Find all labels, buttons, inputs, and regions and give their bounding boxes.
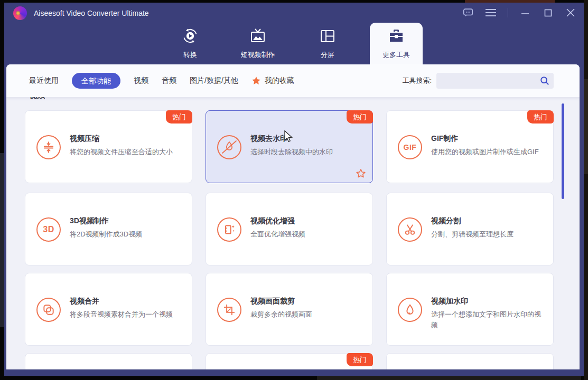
titlebar-divider	[508, 8, 508, 17]
enhance-icon	[217, 217, 241, 242]
tool-card-video-splitter[interactable]: 视频分割 分割、剪辑视频至理想长度	[386, 193, 554, 265]
tab-mv-maker[interactable]: 短视频制作	[231, 23, 284, 64]
three-d-icon: 3D	[36, 217, 61, 242]
card-title: 视频压缩	[70, 134, 99, 144]
tab-label: 分屏	[321, 50, 334, 60]
filter-video[interactable]: 视频	[134, 76, 148, 86]
main-nav: 转换 短视频制作 分屏	[4, 23, 584, 64]
hot-badge: 热门	[166, 110, 192, 124]
hot-badge: 热门	[347, 110, 373, 124]
content-area: 最近使用 全部功能 视频 音频 图片/数据/其他 我的收藏 工具搜索:	[6, 64, 580, 369]
tab-label: 短视频制作	[241, 50, 275, 60]
star-icon	[251, 76, 261, 86]
filter-audio[interactable]: 音频	[162, 76, 176, 86]
card-title: 3D视频制作	[70, 216, 109, 226]
card-title: 视频分割	[431, 216, 461, 226]
search-group: 工具搜索:	[402, 73, 554, 89]
card-desc: 将多段音视频素材合并为一个视频	[70, 309, 183, 320]
filter-favorites[interactable]: 我的收藏	[251, 76, 294, 86]
hot-badge: 热门	[527, 110, 554, 124]
tab-split-screen[interactable]: 分屏	[301, 23, 354, 64]
card-desc: 全面优化增强视频	[250, 229, 363, 240]
desktop-background	[584, 79, 588, 174]
split-screen-icon	[319, 27, 336, 46]
tab-convert[interactable]: 转换	[164, 23, 217, 64]
desktop-background	[0, 153, 4, 327]
card-desc: 将2D视频制作成3D视频	[70, 229, 183, 240]
card-title: 视频去水印	[250, 134, 287, 144]
favorite-star-icon[interactable]	[356, 168, 366, 179]
tool-card-video-merger[interactable]: 视频合并 将多段音视频素材合并为一个视频	[25, 273, 192, 346]
search-icon[interactable]	[539, 75, 550, 86]
feedback-icon[interactable]	[462, 7, 474, 18]
merge-icon	[36, 298, 61, 322]
tool-card-3d-maker[interactable]: 3D 3D视频制作 将2D视频制作成3D视频	[25, 193, 192, 265]
close-icon[interactable]	[565, 7, 576, 18]
card-title: 视频优化增强	[250, 216, 295, 226]
scrollbar-thumb[interactable]	[562, 103, 564, 199]
water-drop-icon	[398, 298, 422, 322]
gif-icon: GIF	[398, 135, 422, 159]
tool-card-partial[interactable]	[25, 353, 192, 369]
card-desc: 选择一个想添加文字和图片水印的视频	[431, 309, 544, 330]
card-desc: 将您的视频文件压缩至合适的大小	[70, 147, 183, 157]
hot-badge: 热门	[347, 353, 373, 366]
toolbox-icon	[388, 27, 405, 46]
scissors-icon	[398, 217, 422, 242]
favorites-label: 我的收藏	[265, 76, 294, 86]
tab-label: 更多工具	[382, 50, 410, 60]
card-desc: 使用您的视频或图片制作或生成GIF	[431, 147, 544, 157]
tool-card-watermark-remover[interactable]: 热门 视频去水印 选择时段去除视频中的水印	[206, 110, 373, 183]
short-video-icon	[249, 27, 266, 46]
search-input[interactable]	[436, 73, 554, 89]
card-title: GIF制作	[431, 134, 458, 144]
section-title-video: 视频	[29, 97, 45, 102]
card-desc: 分割、剪辑视频至理想长度	[431, 229, 544, 240]
desktop-background	[584, 0, 588, 380]
filter-image-data-other[interactable]: 图片/数据/其他	[190, 76, 238, 86]
tool-card-video-compressor[interactable]: 热门 视频压缩 将您的视频文件压缩至合适的大小	[25, 110, 192, 183]
card-desc: 选择时段去除视频中的水印	[250, 147, 363, 157]
app-title: Aiseesoft Video Converter Ultimate	[34, 9, 149, 17]
tool-card-partial[interactable]: 热门	[206, 353, 373, 369]
card-desc: 裁剪多余的视频画面	[250, 309, 363, 320]
tab-label: 转换	[183, 50, 197, 60]
crop-icon	[217, 298, 241, 322]
tool-card-video-watermark[interactable]: 视频加水印 选择一个想添加文字和图片水印的视频	[386, 273, 554, 346]
tool-card-gif-maker[interactable]: 热门 GIF GIF制作 使用您的视频或图片制作或生成GIF	[386, 110, 554, 183]
title-bar: Aiseesoft Video Converter Ultimate	[4, 3, 584, 23]
search-label: 工具搜索:	[402, 76, 432, 86]
desktop-background	[317, 376, 581, 380]
filter-bar: 最近使用 全部功能 视频 音频 图片/数据/其他 我的收藏 工具搜索:	[6, 64, 580, 97]
filter-all-functions[interactable]: 全部功能	[72, 73, 120, 89]
app-logo-icon	[13, 6, 27, 20]
card-title: 视频合并	[70, 297, 99, 306]
minimize-icon[interactable]	[519, 7, 531, 18]
tool-card-video-enhancer[interactable]: 视频优化增强 全面优化增强视频	[206, 193, 373, 265]
app-window: Aiseesoft Video Converter Ultimate	[4, 3, 584, 376]
tool-card-partial[interactable]	[386, 353, 554, 369]
tool-card-video-cropper[interactable]: 视频画面裁剪 裁剪多余的视频画面	[206, 273, 373, 346]
compress-icon	[36, 135, 61, 159]
tab-more-tools[interactable]: 更多工具	[370, 23, 423, 64]
maximize-icon[interactable]	[542, 7, 554, 18]
card-title: 视频画面裁剪	[250, 297, 295, 306]
card-title: 视频加水印	[431, 297, 468, 306]
watermark-remove-icon	[217, 135, 241, 159]
filter-recent[interactable]: 最近使用	[29, 76, 59, 86]
convert-icon	[182, 27, 199, 46]
menu-icon[interactable]	[485, 7, 497, 18]
